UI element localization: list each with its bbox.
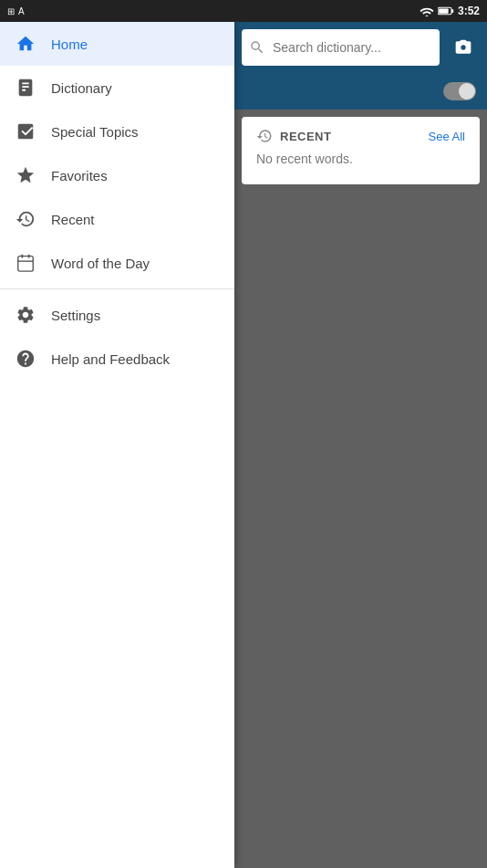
sidebar-item-dictionary[interactable]: Dictionary	[0, 66, 234, 110]
camera-button[interactable]	[447, 31, 480, 64]
main-content: RECENT See All No recent words.	[234, 22, 487, 868]
menu-divider	[0, 288, 234, 289]
see-all-link[interactable]: See All	[429, 130, 465, 143]
search-icon	[249, 39, 265, 56]
time-display: 3:52	[458, 5, 480, 17]
favorites-icon	[15, 164, 36, 186]
recent-section: RECENT See All No recent words.	[242, 117, 480, 184]
battery-icon	[438, 5, 454, 16]
sidebar-item-home-label: Home	[51, 37, 88, 52]
sidebar-item-help-feedback[interactable]: Help and Feedback	[0, 337, 234, 381]
svg-rect-4	[18, 256, 34, 272]
special-topics-icon	[15, 120, 36, 142]
status-bar: ⊞ A 3:52	[0, 0, 487, 22]
app-icon-2: A	[18, 6, 25, 16]
sidebar-menu: Home Dictionary Special Topics	[0, 22, 234, 868]
home-icon	[15, 33, 36, 55]
help-icon	[15, 348, 36, 370]
app-icon-1: ⊞	[7, 6, 15, 16]
word-of-the-day-icon	[15, 252, 36, 274]
no-recent-text: No recent words.	[256, 152, 465, 166]
recent-title-group: RECENT	[256, 128, 331, 144]
sidebar-item-favorites[interactable]: Favorites	[0, 153, 234, 197]
sidebar-item-special-topics-label: Special Topics	[51, 124, 139, 140]
svg-rect-3	[439, 8, 449, 13]
recent-icon	[15, 208, 36, 230]
sidebar-item-settings-label: Settings	[51, 308, 100, 323]
sidebar-item-help-feedback-label: Help and Feedback	[51, 351, 170, 367]
search-bar[interactable]	[242, 29, 440, 66]
recent-section-title: RECENT	[280, 130, 331, 143]
sidebar-item-settings[interactable]: Settings	[0, 293, 234, 337]
camera-icon	[454, 38, 472, 57]
app-container: Home Dictionary Special Topics	[0, 22, 487, 868]
dark-mode-toggle[interactable]	[443, 82, 476, 100]
status-bar-right: 3:52	[420, 5, 480, 17]
wifi-icon	[420, 5, 434, 16]
sidebar-item-home[interactable]: Home	[0, 22, 234, 66]
svg-point-0	[426, 16, 429, 16]
recent-header: RECENT See All	[256, 128, 465, 144]
sidebar-item-word-of-the-day-label: Word of the Day	[51, 256, 150, 271]
sidebar-item-recent-label: Recent	[51, 212, 95, 227]
svg-rect-2	[451, 9, 453, 13]
sidebar-item-word-of-the-day[interactable]: Word of the Day	[0, 241, 234, 285]
status-bar-left: ⊞ A	[7, 6, 25, 16]
recent-clock-icon	[256, 128, 273, 144]
settings-icon	[15, 304, 36, 326]
top-bar	[234, 22, 487, 73]
toggle-thumb	[459, 83, 475, 99]
sidebar-item-dictionary-label: Dictionary	[51, 80, 112, 96]
sidebar-item-favorites-label: Favorites	[51, 168, 108, 183]
dictionary-icon	[15, 77, 36, 99]
sidebar-item-recent[interactable]: Recent	[0, 197, 234, 241]
sidebar-item-special-topics[interactable]: Special Topics	[0, 110, 234, 153]
search-input[interactable]	[273, 40, 432, 55]
sidebar: Home Dictionary Special Topics	[0, 22, 234, 868]
toggle-row	[234, 73, 487, 110]
